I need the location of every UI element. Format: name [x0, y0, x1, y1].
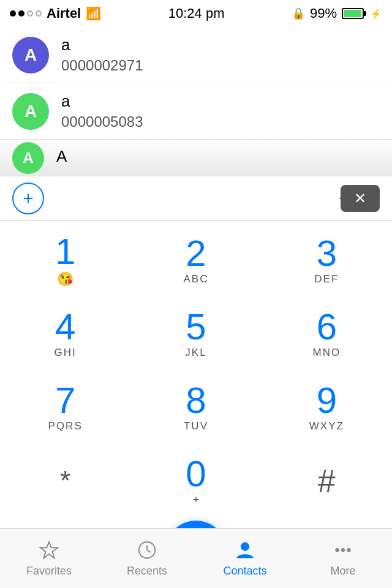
wifi-icon: 📶 — [86, 6, 101, 21]
dialpad-row-3: 7 PQRS 8 TUV 9 WXYZ — [0, 374, 392, 441]
lock-icon: 🔒 — [292, 7, 305, 20]
more-label: More — [330, 565, 355, 578]
tab-bar: Favorites Recents Contacts — [0, 528, 392, 588]
avatar: A — [12, 93, 49, 130]
clock-icon — [136, 539, 158, 561]
key-0[interactable]: 0 + — [147, 447, 245, 514]
key-4[interactable]: 4 GHI — [17, 300, 115, 368]
key-8[interactable]: 8 TUV — [147, 374, 245, 441]
battery-percentage: 99% — [310, 6, 337, 21]
dialpad-input-area: + ✕ — [0, 176, 392, 221]
dialpad-row-1: 1 😘 2 ABC 3 DEF — [0, 227, 392, 294]
status-left: Airtel 📶 — [10, 6, 101, 21]
svg-line-3 — [147, 550, 151, 552]
contact-number: 0000002971 — [61, 57, 143, 74]
signal-dot-3 — [27, 10, 33, 17]
key-3[interactable]: 3 DEF — [277, 227, 375, 294]
person-icon — [234, 539, 256, 561]
signal-indicator — [10, 10, 42, 17]
contact-info: a 0000002971 — [61, 36, 143, 74]
tab-recents[interactable]: Recents — [98, 529, 196, 588]
key-6[interactable]: 6 MNO — [277, 300, 375, 368]
star-icon — [38, 539, 60, 561]
add-contact-button[interactable]: + — [12, 183, 44, 214]
status-bar: Airtel 📶 10:24 pm 🔒 99% ⚡ — [0, 0, 392, 27]
status-right: 🔒 99% ⚡ — [292, 6, 382, 21]
recents-label: Recents — [127, 565, 167, 578]
tab-more[interactable]: More — [294, 529, 392, 588]
contacts-label: Contacts — [223, 565, 266, 578]
signal-dot-4 — [36, 10, 42, 17]
plus-icon: + — [23, 188, 34, 209]
avatar: A — [12, 37, 49, 74]
contact-info: a 0000005083 — [61, 92, 143, 130]
charging-bolt: ⚡ — [370, 8, 382, 20]
contact-name: A — [56, 147, 67, 166]
svg-marker-0 — [40, 542, 58, 558]
favorites-label: Favorites — [26, 565, 72, 578]
signal-dot-2 — [18, 10, 24, 17]
contact-info: A — [56, 147, 67, 168]
key-hash[interactable]: # — [277, 447, 375, 514]
dialpad-row-4: * 0 + # — [0, 447, 392, 514]
contacts-list: A a 0000002971 A a 0000005083 A A — [0, 27, 392, 176]
contact-number: 0000005083 — [61, 113, 143, 130]
backspace-icon: ✕ — [354, 190, 366, 207]
svg-point-4 — [241, 543, 249, 551]
svg-point-6 — [341, 548, 345, 552]
dots-icon — [332, 539, 354, 561]
contact-item-partial[interactable]: A A — [0, 140, 392, 176]
battery-fill — [344, 10, 361, 17]
contact-item[interactable]: A a 0000002971 — [0, 27, 392, 83]
signal-dot-1 — [10, 10, 16, 17]
key-1[interactable]: 1 😘 — [17, 227, 115, 294]
key-5[interactable]: 5 JKL — [147, 300, 245, 368]
key-9[interactable]: 9 WXYZ — [277, 374, 375, 441]
contact-name: a — [61, 36, 143, 55]
svg-point-5 — [336, 548, 339, 552]
dialpad-row-2: 4 GHI 5 JKL 6 MNO — [0, 300, 392, 368]
delete-button[interactable]: ✕ — [341, 185, 380, 212]
svg-point-7 — [347, 548, 351, 552]
key-7[interactable]: 7 PQRS — [17, 374, 115, 441]
battery-icon — [342, 8, 364, 19]
contact-name: a — [61, 92, 143, 111]
key-star[interactable]: * — [17, 447, 115, 514]
carrier-label: Airtel — [47, 6, 81, 21]
contact-item[interactable]: A a 0000005083 — [0, 83, 392, 140]
key-2[interactable]: 2 ABC — [147, 227, 245, 294]
tab-contacts[interactable]: Contacts — [196, 529, 294, 588]
time-label: 10:24 pm — [168, 6, 225, 21]
avatar: A — [12, 142, 44, 174]
tab-favorites[interactable]: Favorites — [0, 529, 98, 588]
